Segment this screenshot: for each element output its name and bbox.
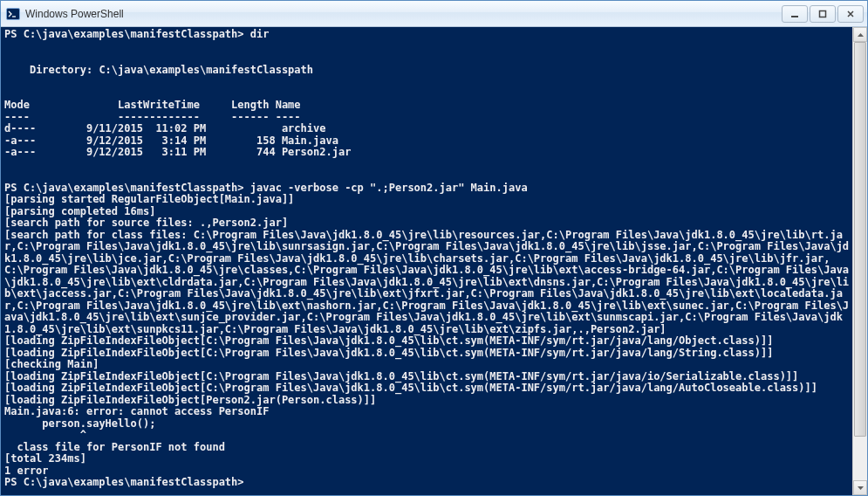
svg-rect-1 bbox=[791, 16, 798, 17]
window-title: Windows PowerShell bbox=[25, 8, 782, 20]
vertical-scrollbar[interactable] bbox=[852, 27, 867, 495]
scroll-down-button[interactable] bbox=[853, 480, 867, 495]
maximize-button[interactable] bbox=[810, 5, 836, 23]
window-controls bbox=[782, 5, 864, 23]
minimize-button[interactable] bbox=[782, 5, 808, 23]
scroll-up-button[interactable] bbox=[853, 27, 867, 42]
scroll-thumb[interactable] bbox=[854, 42, 866, 437]
console-output[interactable]: PS C:\java\examples\manifestClasspath> d… bbox=[1, 27, 852, 495]
powershell-window: Windows PowerShell PS C:\java\examples\m… bbox=[0, 0, 868, 496]
console-area: PS C:\java\examples\manifestClasspath> d… bbox=[1, 27, 867, 495]
powershell-icon bbox=[6, 7, 20, 21]
scroll-track[interactable] bbox=[853, 42, 867, 480]
titlebar[interactable]: Windows PowerShell bbox=[1, 1, 867, 27]
close-button[interactable] bbox=[837, 5, 864, 23]
svg-rect-0 bbox=[7, 8, 20, 19]
svg-rect-2 bbox=[820, 10, 826, 17]
